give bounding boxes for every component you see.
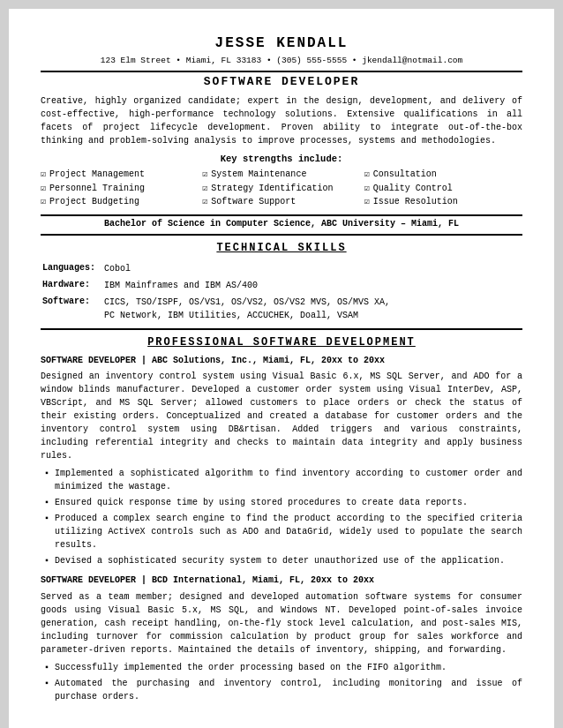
- checkbox-8: ☑: [202, 196, 207, 208]
- bullet-2-2: Automated the purchasing and inventory c…: [55, 677, 522, 703]
- bullet-1-3: Produced a complex search engine to find…: [55, 512, 522, 552]
- strength-item-4: ☑ Personnel Training: [41, 183, 199, 196]
- professional-title: PROFESSIONAL SOFTWARE DEVELOPMENT: [41, 335, 522, 350]
- languages-label: Languages:: [42, 261, 102, 276]
- checkbox-1: ☑: [41, 169, 46, 181]
- divider-education-bottom: [41, 234, 522, 236]
- skills-row-languages: Languages: Cobol: [42, 261, 521, 276]
- job-desc-1: Designed an inventory control system usi…: [41, 370, 522, 462]
- skills-row-software: Software: CICS, TSO/ISPF, OS/VS1, OS/VS2…: [42, 295, 521, 323]
- intro-paragraph: Creative, highly organized candidate; ex…: [41, 94, 522, 147]
- strength-label-3: Consultation: [373, 169, 437, 182]
- skills-table: Languages: Cobol Hardware: IBM Mainframe…: [41, 259, 522, 325]
- checkbox-2: ☑: [202, 169, 207, 181]
- bullet-1-4: Devised a sophisticated security system …: [55, 554, 522, 567]
- education-line: Bachelor of Science in Computer Science,…: [41, 218, 522, 231]
- technical-skills-title: TECHNICAL SKILLS: [41, 241, 522, 256]
- checkbox-5: ☑: [202, 183, 207, 195]
- header-section: JESSE KENDALL 123 Elm Street • Miami, FL…: [41, 34, 522, 67]
- job-bullets-2: Successfully implemented the order proce…: [41, 661, 522, 703]
- strength-item-3: ☑ Consultation: [364, 169, 522, 182]
- checkbox-4: ☑: [41, 183, 46, 195]
- divider-top: [41, 71, 522, 72]
- strength-item-8: ☑ Software Support: [202, 196, 360, 209]
- strength-item-1: ☑ Project Management: [41, 169, 199, 182]
- strength-item-2: ☑ System Maintenance: [202, 169, 360, 182]
- strength-label-5: Strategy Identification: [211, 183, 333, 196]
- software-label: Software:: [42, 295, 102, 323]
- job-block-2: SOFTWARE DEVELOPER | BCD International, …: [41, 574, 522, 703]
- checkbox-9: ☑: [364, 196, 370, 208]
- checkbox-3: ☑: [364, 169, 370, 181]
- checkbox-7: ☑: [41, 196, 46, 208]
- strength-label-9: Issue Resolution: [373, 196, 458, 209]
- job-desc-2: Served as a team member; designed and de…: [41, 590, 522, 657]
- checkbox-6: ☑: [364, 183, 370, 195]
- strengths-heading: Key strengths include:: [41, 153, 522, 166]
- strength-item-9: ☑ Issue Resolution: [364, 196, 522, 209]
- strength-item-7: ☑ Project Budgeting: [41, 196, 199, 209]
- bullet-1-1: Implemented a sophisticated algorithm to…: [55, 467, 522, 493]
- strength-label-1: Project Management: [49, 169, 145, 182]
- skills-row-hardware: Hardware: IBM Mainframes and IBM AS/400: [42, 278, 521, 293]
- strength-label-4: Personnel Training: [49, 183, 145, 196]
- bullet-2-1: Successfully implemented the order proce…: [55, 661, 522, 674]
- strengths-grid: ☑ Project Management ☑ System Maintenanc…: [41, 169, 522, 209]
- bullet-1-2: Ensured quick response time by using sto…: [55, 496, 522, 509]
- main-title: SOFTWARE DEVELOPER: [41, 74, 522, 91]
- strength-label-2: System Maintenance: [211, 169, 306, 182]
- contact-info: 123 Elm Street • Miami, FL 33183 • (305)…: [41, 55, 522, 67]
- hardware-value: IBM Mainframes and IBM AS/400: [104, 278, 521, 293]
- strength-item-6: ☑ Quality Control: [364, 183, 522, 196]
- divider-education-top: [41, 214, 522, 216]
- job-bullets-1: Implemented a sophisticated algorithm to…: [41, 467, 522, 567]
- job-header-2: SOFTWARE DEVELOPER | BCD International, …: [41, 574, 522, 588]
- strength-label-7: Project Budgeting: [49, 196, 139, 209]
- strength-label-6: Quality Control: [373, 183, 453, 196]
- job-block-1: SOFTWARE DEVELOPER | ABC Solutions, Inc.…: [41, 355, 522, 568]
- resume-page: JESSE KENDALL 123 Elm Street • Miami, FL…: [9, 9, 554, 728]
- hardware-label: Hardware:: [42, 278, 102, 293]
- languages-value: Cobol: [104, 261, 521, 276]
- software-value: CICS, TSO/ISPF, OS/VS1, OS/VS2, OS/VS2 M…: [104, 295, 521, 323]
- strength-label-8: Software Support: [211, 196, 296, 209]
- strength-item-5: ☑ Strategy Identification: [202, 183, 360, 196]
- job-header-1: SOFTWARE DEVELOPER | ABC Solutions, Inc.…: [41, 355, 522, 368]
- divider-professional-top: [41, 328, 522, 330]
- candidate-name: JESSE KENDALL: [41, 34, 522, 54]
